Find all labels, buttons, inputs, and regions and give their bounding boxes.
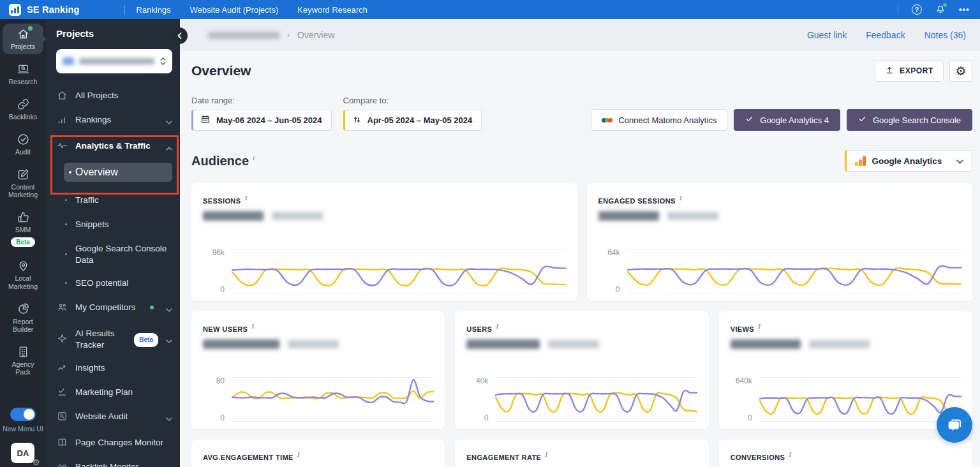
chevron-down-icon: [166, 114, 172, 128]
sidebar-item-snippets[interactable]: Snippets: [56, 219, 172, 230]
avatar[interactable]: DA: [11, 443, 34, 463]
topnav-item-website-audit[interactable]: Website Audit (Projects): [190, 5, 278, 15]
info-icon: i: [789, 450, 792, 458]
bars-icon: [56, 114, 68, 125]
bullet: [69, 171, 71, 174]
settings-button[interactable]: ⚙: [949, 60, 972, 82]
topnav-links: Rankings Website Audit (Projects) Keywor…: [137, 5, 368, 15]
more-menu-icon[interactable]: •••: [959, 5, 970, 14]
connect-matomo-button[interactable]: Connect Matomo Analytics: [591, 109, 727, 131]
red-annotation-box: Analytics & Traffic Overview: [56, 137, 172, 191]
chevron-down-icon: [956, 156, 963, 166]
info-icon: i: [297, 450, 301, 458]
chat-widget-button[interactable]: [937, 407, 972, 443]
rail-item-projects[interactable]: Projects: [3, 24, 43, 54]
audit-search-icon: [56, 411, 68, 422]
rail-item-research[interactable]: Research: [3, 59, 43, 89]
sort-chevrons-icon: [160, 57, 166, 65]
divider: [124, 5, 125, 15]
trend-icon: [56, 362, 68, 373]
google-search-console-button[interactable]: Google Search Console: [847, 109, 972, 131]
rail-item-agency-pack[interactable]: Agency Pack: [3, 341, 43, 380]
sidebar-item-gsc-data[interactable]: Google Search Console Data: [56, 243, 172, 266]
y-axis-labels: 640k0: [731, 377, 760, 422]
value-redacted: [598, 211, 659, 221]
export-button[interactable]: EXPORT: [875, 60, 944, 82]
analytics-source-select[interactable]: Google Analytics: [845, 150, 972, 172]
date-range-select[interactable]: May-06 2024 – Jun-05 2024: [191, 110, 332, 131]
research-icon: [17, 63, 30, 76]
card-title: ENGAGED SESSIONSi: [598, 194, 961, 205]
sidebar-item-traffic[interactable]: Traffic: [56, 195, 172, 206]
main-area: › Overview Guest link Feedback Notes (36…: [180, 19, 980, 467]
sidebar-item-overview[interactable]: Overview: [64, 163, 172, 182]
rail-item-audit[interactable]: Audit: [3, 129, 43, 159]
google-analytics-4-button[interactable]: Google Analytics 4: [734, 109, 840, 131]
gear-icon: ⚙: [955, 64, 966, 78]
new-menu-ui-toggle[interactable]: [10, 408, 36, 421]
compare-select[interactable]: Apr-05 2024 – May-05 2024: [343, 110, 482, 131]
help-icon[interactable]: ?: [912, 4, 922, 15]
value-redacted: [203, 211, 264, 221]
sidebar-item-ai-results-tracker[interactable]: AI Results Tracker Beta: [56, 328, 172, 351]
bullet: [65, 199, 67, 201]
guest-link[interactable]: Guest link: [807, 30, 847, 40]
ai-tracker-icon: [56, 328, 68, 344]
sidebar-item-analytics-traffic[interactable]: Analytics & Traffic: [56, 140, 172, 154]
sessions-card: SESSIONSi 96k0: [191, 183, 577, 301]
se-ranking-logo-icon: [9, 4, 21, 16]
chevron-down-icon: [166, 328, 172, 346]
green-status-dot: [150, 306, 154, 309]
sidebar-item-backlink-monitor[interactable]: Backlink Monitor: [56, 461, 172, 467]
project-selector[interactable]: [56, 49, 172, 73]
beta-badge: Beta: [134, 333, 158, 347]
sidebar-item-my-competitors[interactable]: My Competitors: [56, 302, 172, 315]
icon-rail: Projects Research Backlinks Audit Conten…: [0, 19, 46, 467]
settings-gear-icon[interactable]: ⚙: [33, 457, 40, 467]
project-favicon-redacted: [63, 57, 74, 65]
building-icon: [17, 345, 30, 359]
brand-name: SE Ranking: [27, 4, 80, 15]
notes-link[interactable]: Notes (36): [924, 30, 966, 40]
card-title: ENGAGEMENT RATEi: [466, 450, 697, 461]
compare-to-label: Compare to:: [343, 96, 482, 105]
value-redacted: [203, 339, 279, 349]
sidebar-item-seo-potential[interactable]: SEO potential: [56, 278, 172, 289]
rail-item-report-builder[interactable]: Report Builder: [3, 299, 43, 337]
page-title: Overview: [191, 63, 251, 78]
users-line-chart: [496, 377, 697, 422]
rail-item-smm[interactable]: SMM Beta: [3, 207, 43, 251]
y-axis-labels: 96k0: [203, 249, 232, 293]
card-title: SESSIONSi: [203, 194, 566, 205]
chevron-down-icon: [166, 411, 172, 424]
brand[interactable]: SE Ranking: [0, 4, 80, 16]
sidebar-item-insights[interactable]: Insights: [56, 362, 172, 374]
sidebar-collapse-button[interactable]: [171, 27, 188, 44]
feedback-link[interactable]: Feedback: [866, 30, 905, 40]
breadcrumb-bar: › Overview Guest link Feedback Notes (36…: [180, 19, 980, 51]
topnav-item-keyword-research[interactable]: Keyword Research: [297, 5, 368, 15]
info-icon: i: [253, 154, 255, 161]
rail-item-content-marketing[interactable]: Content Marketing: [3, 164, 43, 202]
status-dot: [28, 26, 33, 31]
card-title: CONVERSIONSi: [731, 450, 961, 461]
notifications-bell-icon[interactable]: [935, 4, 946, 15]
engagement-rate-card: ENGAGEMENT RATEi: [455, 440, 708, 467]
sidebar-item-website-audit[interactable]: Website Audit: [56, 411, 172, 424]
divider: [898, 5, 898, 14]
topnav-item-rankings[interactable]: Rankings: [137, 5, 171, 15]
home-icon: [56, 90, 68, 101]
calendar-icon: [200, 114, 211, 126]
change-redacted: [272, 212, 323, 220]
y-axis-labels: 40k0: [466, 377, 496, 422]
sidebar-item-marketing-plan[interactable]: Marketing Plan: [56, 387, 172, 398]
upload-icon: [885, 66, 894, 77]
rail-item-backlinks[interactable]: Backlinks: [3, 94, 43, 124]
new-users-card: NEW USERSi 800: [191, 311, 445, 429]
rail-item-local-marketing[interactable]: Local Marketing: [3, 255, 43, 293]
sidebar-item-all-projects[interactable]: All Projects: [56, 90, 172, 101]
matomo-icon: [602, 118, 612, 122]
sidebar-item-rankings[interactable]: Rankings: [56, 114, 172, 128]
bullet: [65, 282, 67, 284]
sidebar-item-page-changes-monitor[interactable]: Page Changes Monitor: [56, 437, 172, 448]
